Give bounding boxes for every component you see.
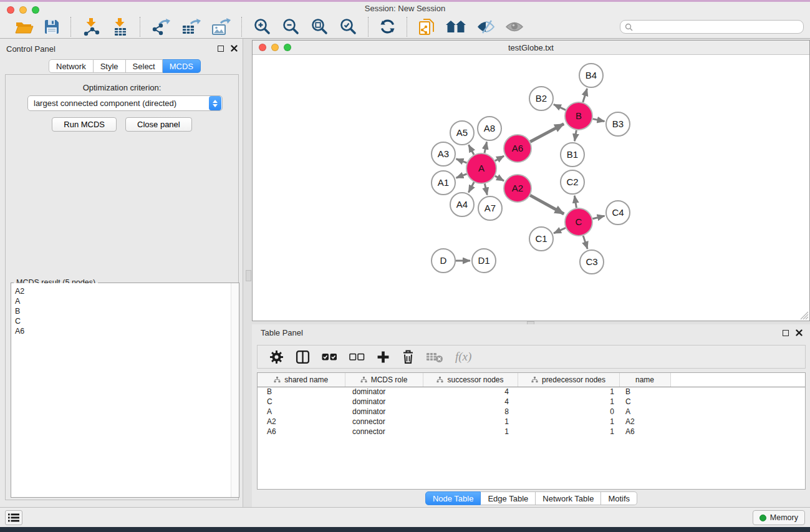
table-cell[interactable]: A6 bbox=[258, 427, 345, 437]
edge-A-A6[interactable] bbox=[495, 156, 504, 161]
table-cell[interactable]: 0 bbox=[518, 407, 619, 417]
table-cell[interactable]: A2 bbox=[258, 417, 345, 427]
show-panel-eye-icon[interactable] bbox=[500, 16, 529, 37]
deselect-all-icon[interactable] bbox=[349, 353, 365, 361]
edge-A2-C[interactable] bbox=[530, 195, 564, 214]
mcds-result-item[interactable]: B bbox=[11, 306, 231, 316]
mcds-result-list[interactable]: A2ABCA6 bbox=[11, 283, 231, 497]
show-columns-icon[interactable] bbox=[296, 350, 310, 364]
mcds-result-item[interactable]: A2 bbox=[11, 286, 231, 296]
tab-style[interactable]: Style bbox=[94, 59, 126, 73]
table-cell[interactable]: dominator bbox=[345, 387, 423, 397]
table-tab-edge-table[interactable]: Edge Table bbox=[481, 491, 536, 505]
table-cell[interactable]: A2 bbox=[619, 417, 670, 427]
table-cell[interactable]: 1 bbox=[423, 427, 518, 437]
save-session-icon[interactable] bbox=[39, 16, 65, 37]
edge-A-A7[interactable] bbox=[485, 183, 487, 195]
table-cell[interactable]: 1 bbox=[518, 427, 619, 437]
column-header-shared-name[interactable]: shared name bbox=[258, 373, 345, 387]
vertical-split-handle[interactable] bbox=[246, 270, 251, 281]
mcds-result-item[interactable]: C bbox=[11, 316, 231, 326]
column-header-name[interactable]: name bbox=[619, 373, 670, 387]
table-cell[interactable]: 4 bbox=[423, 397, 518, 407]
delete-column-trash-icon[interactable] bbox=[402, 349, 415, 364]
zoom-in-icon[interactable] bbox=[248, 16, 276, 37]
table-row[interactable]: Cdominator41C bbox=[258, 397, 805, 407]
edge-B-B1[interactable] bbox=[575, 130, 577, 142]
hide-panel-eye-icon[interactable] bbox=[471, 16, 500, 37]
zoom-selected-icon[interactable] bbox=[334, 16, 362, 37]
close-panel-icon[interactable] bbox=[231, 45, 238, 52]
edge-C-C3[interactable] bbox=[583, 236, 587, 249]
mcds-result-item[interactable]: A6 bbox=[11, 326, 231, 336]
table-cell[interactable]: C bbox=[619, 397, 670, 407]
edge-A-A5[interactable] bbox=[469, 145, 475, 155]
import-table-icon[interactable] bbox=[105, 16, 134, 37]
edge-A6-B[interactable] bbox=[530, 124, 564, 142]
search-field[interactable] bbox=[620, 20, 804, 34]
mcds-result-item[interactable]: A bbox=[11, 296, 231, 306]
edge-A-A1[interactable] bbox=[456, 174, 467, 178]
table-tab-motifs[interactable]: Motifs bbox=[601, 491, 637, 505]
column-header-successor-nodes[interactable]: successor nodes bbox=[423, 373, 518, 387]
table-cell[interactable]: 1 bbox=[518, 397, 619, 407]
export-table-icon[interactable] bbox=[176, 16, 206, 37]
edge-C-C2[interactable] bbox=[574, 196, 576, 208]
table-row[interactable]: Bdominator41B bbox=[258, 387, 805, 397]
table-cell[interactable]: B bbox=[258, 387, 345, 397]
task-history-button[interactable] bbox=[5, 510, 22, 525]
run-mcds-button[interactable]: Run MCDS bbox=[52, 117, 117, 132]
edge-B-B3[interactable] bbox=[593, 119, 605, 122]
mcds-list-scrollbar[interactable] bbox=[231, 283, 239, 497]
close-panel-button[interactable]: Close panel bbox=[125, 117, 192, 132]
table-cell[interactable]: 8 bbox=[423, 407, 518, 417]
resize-grip-icon[interactable] bbox=[800, 311, 809, 320]
edge-C-C1[interactable] bbox=[554, 228, 566, 233]
table-cell[interactable]: B bbox=[619, 387, 670, 397]
edge-A-A2[interactable] bbox=[495, 176, 504, 181]
memory-button[interactable]: Memory bbox=[753, 510, 805, 525]
export-network-icon[interactable] bbox=[146, 16, 176, 37]
edge-A-A8[interactable] bbox=[485, 142, 487, 153]
table-cell[interactable]: C bbox=[258, 397, 345, 407]
network-canvas[interactable]: B4B2BB3A5A8A6B1A3AA1C2A2A4A7C4CC1C3DD1 bbox=[253, 55, 809, 321]
table-row[interactable]: A6connector11A6 bbox=[258, 427, 805, 437]
table-tab-node-table[interactable]: Node Table bbox=[425, 491, 481, 505]
criterion-dropdown[interactable]: largest connected component (directed) bbox=[27, 95, 223, 111]
table-cell[interactable]: 1 bbox=[518, 417, 619, 427]
table-cell[interactable]: A bbox=[258, 407, 345, 417]
tab-select[interactable]: Select bbox=[126, 59, 163, 73]
table-cell[interactable]: A bbox=[619, 407, 670, 417]
refresh-icon[interactable] bbox=[374, 16, 401, 37]
open-file-icon[interactable] bbox=[10, 16, 39, 37]
table-cell[interactable]: dominator bbox=[345, 397, 423, 407]
close-table-panel-icon[interactable] bbox=[796, 329, 803, 336]
home-icon[interactable] bbox=[440, 16, 471, 37]
select-all-icon[interactable] bbox=[322, 353, 337, 361]
import-network-icon[interactable] bbox=[77, 16, 105, 37]
table-tab-network-table[interactable]: Network Table bbox=[536, 491, 601, 505]
table-settings-gear-icon[interactable] bbox=[269, 350, 284, 364]
search-input[interactable] bbox=[636, 21, 803, 32]
edge-B-B2[interactable] bbox=[554, 104, 566, 110]
edge-A-A3[interactable] bbox=[456, 159, 467, 163]
edge-A-A4[interactable] bbox=[468, 182, 474, 193]
add-column-icon[interactable] bbox=[377, 351, 390, 364]
table-row[interactable]: Adominator80A bbox=[258, 407, 805, 417]
tab-mcds[interactable]: MCDS bbox=[163, 59, 201, 73]
column-header-predecessor-nodes[interactable]: predecessor nodes bbox=[518, 373, 619, 387]
table-cell[interactable]: 4 bbox=[423, 387, 518, 397]
table-cell[interactable]: 1 bbox=[518, 387, 619, 397]
edge-C-C4[interactable] bbox=[592, 216, 604, 219]
edge-B-B4[interactable] bbox=[583, 89, 587, 102]
export-image-icon[interactable] bbox=[206, 16, 236, 37]
clone-network-icon[interactable] bbox=[413, 16, 440, 37]
table-cell[interactable]: connector bbox=[345, 417, 423, 427]
function-builder-icon[interactable]: f(x) bbox=[455, 350, 471, 364]
float-panel-icon[interactable] bbox=[218, 46, 224, 52]
float-table-panel-icon[interactable] bbox=[783, 330, 789, 336]
table-cell[interactable]: 1 bbox=[423, 417, 518, 427]
zoom-fit-icon[interactable] bbox=[305, 16, 334, 37]
column-header-mcds-role[interactable]: MCDS role bbox=[345, 373, 423, 387]
delete-table-icon[interactable] bbox=[427, 351, 443, 363]
